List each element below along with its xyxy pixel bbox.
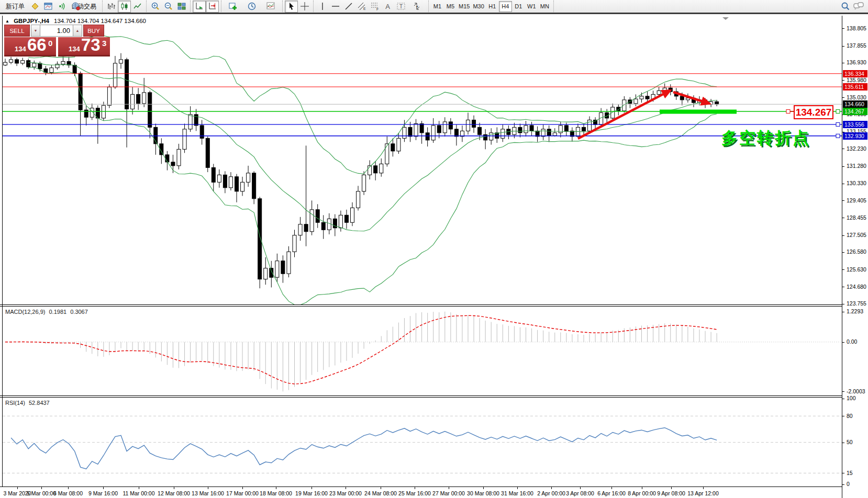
macd-tick — [842, 312, 844, 312]
price-tick — [842, 97, 844, 98]
toolbar-separator — [221, 1, 221, 12]
rsi-pane-canvas[interactable] — [3, 398, 842, 486]
new-chart-button[interactable]: ▾ — [224, 1, 242, 13]
pane-separator[interactable] — [0, 306, 868, 307]
price-tick-label: 127.505 — [847, 232, 866, 238]
pane-separator[interactable] — [0, 395, 868, 396]
mt4-trading-platform: 新订单 自动交易 — [0, 0, 868, 498]
zoom-out-button[interactable] — [162, 1, 175, 13]
support-zone-bar[interactable] — [660, 110, 737, 114]
vertical-line-button[interactable] — [316, 1, 329, 13]
trend-arrow-down[interactable] — [673, 92, 709, 104]
timeframe-m15[interactable]: M15 — [457, 1, 471, 12]
sell-price-display[interactable]: 134 66 0 — [4, 37, 56, 56]
search-button[interactable] — [839, 1, 852, 13]
rsi-tick-label: 0 — [847, 481, 850, 487]
price-tick-label: 131.280 — [847, 163, 866, 169]
candlestick-chart-button[interactable] — [118, 1, 131, 13]
timeframe-m5[interactable]: M5 — [444, 1, 457, 12]
time-tick — [703, 487, 704, 489]
time-tick — [611, 487, 612, 489]
text-button[interactable]: A — [381, 1, 394, 13]
arrows-button[interactable]: ▾ — [407, 1, 426, 13]
vertical-line-icon — [318, 2, 327, 10]
auto-trading-button[interactable]: 自动交易 — [68, 1, 100, 12]
macd-main-value: 0.1981 — [49, 309, 66, 315]
timeframe-m1[interactable]: M1 — [431, 1, 444, 12]
buy-price-display[interactable]: 134 73 3 — [58, 37, 110, 56]
price-tick-label: 137.855 — [847, 42, 866, 49]
macd-tick — [842, 391, 844, 392]
indicators-button[interactable]: ▾ — [261, 1, 280, 13]
market-watch-button[interactable] — [41, 1, 54, 13]
bar-chart-button[interactable] — [105, 1, 118, 13]
time-tick — [276, 487, 276, 489]
timeframe-m30[interactable]: M30 — [471, 1, 485, 12]
pane-separator[interactable] — [0, 304, 868, 305]
timeframe-mn[interactable]: MN — [538, 1, 551, 12]
chat-button[interactable] — [852, 1, 865, 13]
time-axis[interactable]: 3 Mar 20205 Mar 00:006 Mar 08:009 Mar 16… — [0, 486, 868, 498]
time-tick — [68, 487, 69, 489]
timeframe-w1[interactable]: W1 — [525, 1, 538, 12]
sell-price-main: 134 — [15, 45, 26, 53]
buy-price-big: 73 — [81, 35, 101, 55]
rsi-tick — [842, 473, 844, 473]
zoom-in-button[interactable] — [149, 1, 162, 13]
chart-shift-marker[interactable] — [722, 17, 729, 20]
main-chart-canvas[interactable] — [3, 17, 842, 304]
cursor-button[interactable] — [285, 1, 298, 13]
horizontal-line-button[interactable] — [329, 1, 342, 13]
zoom-in-icon — [151, 2, 160, 11]
rsi-indicator-label: RSI(14) 52.8437 — [5, 400, 50, 406]
period-selector-button[interactable]: ▾ — [242, 1, 261, 13]
pane-separator[interactable] — [0, 397, 868, 398]
time-tick — [671, 487, 672, 489]
equidistant-channel-button[interactable]: E — [355, 1, 368, 13]
time-tick — [551, 487, 552, 489]
macd-signal-line — [5, 315, 717, 384]
alerts-button[interactable] — [54, 1, 68, 13]
text-label-button[interactable]: T — [394, 1, 407, 13]
price-tick — [842, 252, 844, 253]
toolbar-separator — [313, 1, 314, 12]
buy-price-sup: 3 — [102, 39, 106, 48]
time-tick — [517, 487, 518, 489]
bollinger-middle-band — [28, 63, 717, 231]
fibonacci-button[interactable]: F — [368, 1, 381, 13]
price-tick-label: 136.930 — [847, 59, 866, 65]
price-axis[interactable]: 138.805137.855136.930135.980135.030134.1… — [842, 16, 868, 498]
price-tick-label: 124.680 — [847, 284, 866, 290]
profile-icon — [30, 2, 40, 11]
tile-windows-icon — [177, 2, 186, 11]
macd-signal-value: 0.3067 — [70, 309, 88, 315]
collapse-panel-icon[interactable]: ▲ — [5, 19, 9, 24]
macd-pane-canvas[interactable] — [3, 307, 842, 395]
crosshair-button[interactable] — [298, 1, 311, 13]
new-order-button[interactable]: 新订单 — [2, 1, 28, 12]
profile-button[interactable] — [28, 1, 41, 13]
buy-price-main: 134 — [69, 45, 80, 53]
timeframe-h4[interactable]: H4 — [499, 1, 512, 12]
toolbar-separator — [102, 1, 103, 12]
symbol-period-label: GBPJPY-,H4 — [14, 18, 49, 24]
sell-button[interactable]: SELL — [4, 25, 30, 37]
line-chart-button[interactable] — [131, 1, 144, 13]
chart-shift-icon — [208, 2, 217, 11]
timeframe-h1[interactable]: H1 — [486, 1, 499, 12]
trendline-icon — [344, 2, 353, 10]
tile-windows-button[interactable] — [175, 1, 188, 13]
timeframe-d1[interactable]: D1 — [512, 1, 525, 12]
rsi-tick — [842, 443, 844, 443]
price-level-tag[interactable]: 134.267 — [794, 105, 833, 119]
rsi-tick-label: 100 — [847, 395, 856, 401]
turning-point-annotation[interactable]: 多空转折点 — [721, 127, 810, 149]
chart-shift-button[interactable] — [206, 1, 219, 13]
trendline-button[interactable] — [342, 1, 355, 13]
auto-scroll-button[interactable] — [193, 1, 206, 13]
price-tick-label: 123.755 — [847, 300, 866, 307]
time-tick — [41, 487, 42, 489]
rsi-tick-label: 15 — [847, 470, 853, 476]
zoom-out-icon — [164, 2, 173, 11]
auto-scroll-icon — [195, 2, 204, 11]
